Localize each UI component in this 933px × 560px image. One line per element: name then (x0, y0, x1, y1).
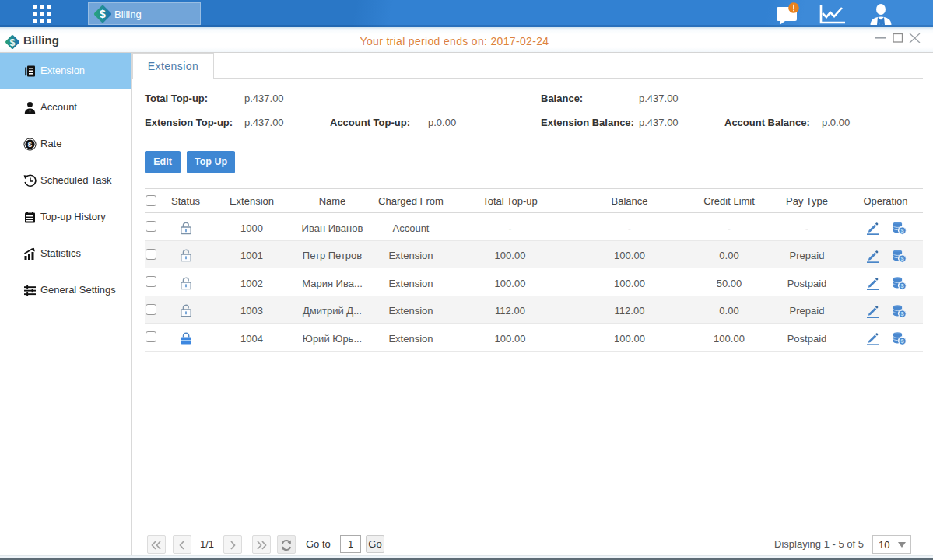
svg-text:$: $ (100, 8, 106, 20)
svg-text:$: $ (28, 140, 33, 149)
